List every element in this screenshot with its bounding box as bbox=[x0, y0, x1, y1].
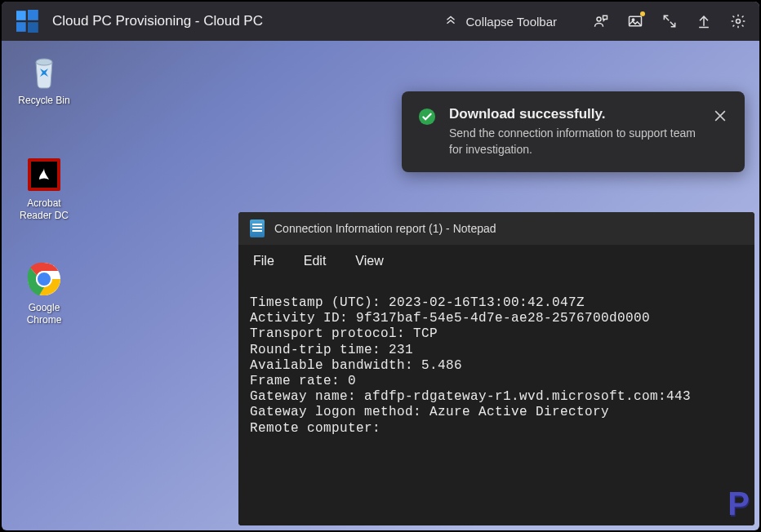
chevron-double-up-icon bbox=[443, 13, 458, 30]
svg-point-7 bbox=[737, 20, 741, 24]
desktop: Recycle Bin Acrobat Reader DC Google Chr… bbox=[2, 41, 759, 530]
collapse-toolbar-button[interactable]: Collapse Toolbar bbox=[435, 8, 565, 35]
chrome-icon bbox=[24, 259, 64, 299]
notepad-content[interactable]: Timestamp (UTC): 2023-02-16T13:00:42.047… bbox=[238, 277, 754, 525]
svg-rect-1 bbox=[28, 10, 38, 20]
toast-title: Download successfully. bbox=[449, 106, 699, 122]
svg-rect-0 bbox=[16, 11, 26, 20]
toast-message: Send the connection information to suppo… bbox=[449, 126, 699, 157]
acrobat-icon bbox=[24, 155, 64, 194]
recycle-bin-label: Recycle Bin bbox=[18, 95, 69, 107]
person-feedback-icon[interactable] bbox=[593, 13, 609, 29]
success-check-icon bbox=[418, 108, 436, 126]
menu-view[interactable]: View bbox=[355, 254, 383, 268]
toolbar-title: Cloud PC Provisioning - Cloud PC bbox=[52, 13, 263, 29]
acrobat-label: Acrobat Reader DC bbox=[11, 197, 77, 222]
toolbar: Cloud PC Provisioning - Cloud PC Collaps… bbox=[2, 2, 759, 41]
toast-close-button[interactable] bbox=[712, 108, 728, 124]
chrome-label: Google Chrome bbox=[11, 302, 77, 326]
notepad-window: Connection Information report (1) - Note… bbox=[238, 212, 754, 525]
gear-icon[interactable] bbox=[730, 13, 746, 29]
menu-file[interactable]: File bbox=[253, 254, 274, 268]
notepad-app-icon bbox=[250, 219, 265, 237]
trash-icon bbox=[24, 52, 64, 91]
windows-logo-icon[interactable] bbox=[15, 8, 41, 34]
download-toast: Download successfully. Send the connecti… bbox=[402, 91, 745, 172]
recycle-bin-icon[interactable]: Recycle Bin bbox=[11, 52, 77, 107]
svg-point-8 bbox=[36, 59, 52, 65]
watermark-logo: P bbox=[728, 485, 748, 522]
collapse-toolbar-label: Collapse Toolbar bbox=[466, 15, 557, 29]
acrobat-reader-icon[interactable]: Acrobat Reader DC bbox=[11, 155, 77, 222]
upload-icon[interactable] bbox=[696, 13, 712, 29]
notepad-menu: File Edit View bbox=[238, 245, 754, 277]
menu-edit[interactable]: Edit bbox=[304, 254, 327, 268]
notepad-titlebar[interactable]: Connection Information report (1) - Note… bbox=[238, 212, 754, 245]
svg-rect-3 bbox=[28, 22, 38, 33]
fullscreen-icon[interactable] bbox=[661, 13, 678, 29]
notification-dot-icon bbox=[640, 11, 645, 16]
image-icon[interactable] bbox=[627, 13, 643, 29]
google-chrome-icon[interactable]: Google Chrome bbox=[11, 259, 77, 326]
notepad-title: Connection Information report (1) - Note… bbox=[274, 222, 496, 235]
svg-point-4 bbox=[597, 17, 601, 21]
svg-rect-2 bbox=[16, 22, 26, 32]
